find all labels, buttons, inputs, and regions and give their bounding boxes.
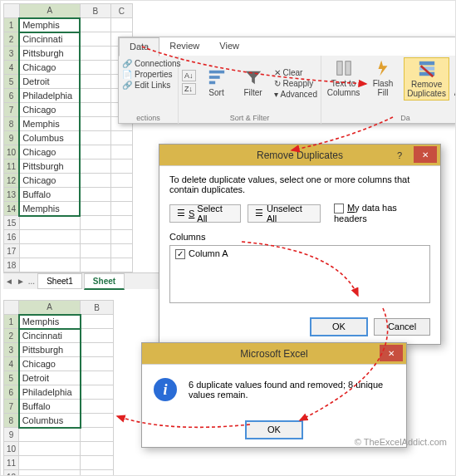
connections-btn[interactable]: 🔗Connections <box>122 59 174 68</box>
row-hdr[interactable]: 18 <box>4 258 20 272</box>
row-hdr[interactable]: 1 <box>4 315 19 329</box>
flash-fill-button[interactable]: Flash Fill <box>367 57 399 99</box>
cell[interactable]: Buffalo <box>19 400 81 414</box>
cell[interactable] <box>19 230 80 244</box>
cell[interactable] <box>110 174 132 188</box>
row-hdr[interactable]: 8 <box>4 117 20 131</box>
cell[interactable] <box>81 385 114 400</box>
col-hdr-a[interactable]: A <box>19 301 81 315</box>
cell[interactable] <box>81 357 114 371</box>
msgbox-close-button[interactable]: ✕ <box>380 345 403 361</box>
row-hdr[interactable]: 17 <box>4 244 20 258</box>
row-hdr[interactable]: 16 <box>4 230 20 244</box>
cancel-button[interactable]: Cancel <box>374 318 430 336</box>
cell[interactable]: Cincinnati <box>19 32 80 47</box>
cell[interactable] <box>19 428 81 442</box>
row-hdr[interactable]: 2 <box>4 32 20 47</box>
sheet-tab-2[interactable]: Sheet <box>84 273 125 290</box>
cell[interactable] <box>80 188 110 202</box>
cell[interactable] <box>81 470 114 477</box>
col-hdr-c[interactable]: C <box>110 4 132 18</box>
tab-nav-more[interactable]: ... <box>27 277 37 286</box>
cell[interactable] <box>81 456 114 470</box>
select-all-button[interactable]: ☰SSelect All <box>169 204 241 223</box>
cell[interactable]: Columbus <box>19 414 81 428</box>
row-hdr[interactable]: 3 <box>4 47 20 61</box>
cell[interactable] <box>81 400 114 414</box>
cell[interactable]: Philadelphia <box>19 89 80 103</box>
cell[interactable] <box>80 18 110 32</box>
cell[interactable] <box>110 159 132 174</box>
cell[interactable] <box>19 442 81 456</box>
corner-cell[interactable] <box>4 301 19 315</box>
row-hdr[interactable]: 1 <box>4 18 20 32</box>
row-hdr[interactable]: 7 <box>4 103 20 117</box>
row-hdr[interactable]: 6 <box>4 385 19 400</box>
cell[interactable]: Memphis <box>19 202 80 216</box>
cell[interactable] <box>80 216 110 230</box>
cell[interactable]: Chicago <box>19 174 80 188</box>
row-hdr[interactable]: 14 <box>4 202 20 216</box>
row-hdr[interactable]: 12 <box>4 470 19 477</box>
row-hdr[interactable]: 11 <box>4 456 19 470</box>
cell[interactable] <box>80 75 110 89</box>
msgbox-ok-button[interactable]: OK <box>246 421 302 439</box>
cell[interactable]: Philadelphia <box>19 385 81 400</box>
tab-nav-right[interactable]: ► <box>15 277 27 286</box>
cell[interactable] <box>19 216 80 230</box>
ribbon-tab-review[interactable]: Review <box>159 37 209 56</box>
cell[interactable] <box>81 329 114 343</box>
cell[interactable] <box>110 244 132 258</box>
cell[interactable] <box>80 32 110 47</box>
col-hdr-b[interactable]: B <box>81 301 114 315</box>
ok-button[interactable]: OK <box>311 318 367 336</box>
row-hdr[interactable]: 10 <box>4 442 19 456</box>
sort-za-btn[interactable]: Z↓ <box>182 83 196 95</box>
cell[interactable]: Memphis <box>19 315 81 329</box>
cell[interactable] <box>81 442 114 456</box>
cell[interactable] <box>80 258 110 272</box>
cell[interactable]: Pittsburgh <box>19 47 80 61</box>
cell[interactable] <box>80 103 110 117</box>
row-hdr[interactable]: 4 <box>4 61 20 75</box>
cell[interactable] <box>110 18 132 32</box>
remove-duplicates-button[interactable]: Remove Duplicates <box>404 57 449 101</box>
cell[interactable]: Chicago <box>19 103 80 117</box>
cell[interactable]: Detroit <box>19 75 80 89</box>
filter-button[interactable]: Filter <box>238 66 269 99</box>
row-hdr[interactable]: 9 <box>4 428 19 442</box>
advanced-filter-btn[interactable]: ▾Advanced <box>274 90 317 99</box>
dialog-help-button[interactable]: ? <box>389 145 410 166</box>
row-hdr[interactable]: 13 <box>4 188 20 202</box>
cell[interactable] <box>80 117 110 131</box>
row-hdr[interactable]: 7 <box>4 400 19 414</box>
cell[interactable] <box>80 244 110 258</box>
has-headers-checkbox[interactable]: My data has headers <box>334 203 430 223</box>
cell[interactable] <box>81 371 114 385</box>
sort-button[interactable]: Sort <box>201 66 233 99</box>
row-hdr[interactable]: 5 <box>4 75 20 89</box>
row-hdr[interactable]: 11 <box>4 159 20 174</box>
cell[interactable] <box>19 244 80 258</box>
row-hdr[interactable]: 6 <box>4 89 20 103</box>
clear-filter-btn[interactable]: ✕Clear <box>274 68 317 77</box>
cell[interactable] <box>81 315 114 329</box>
row-hdr[interactable]: 5 <box>4 371 19 385</box>
unselect-all-button[interactable]: ☰Unselect All <box>248 204 321 223</box>
col-hdr-b[interactable]: B <box>80 4 110 18</box>
cell[interactable]: Chicago <box>19 145 80 159</box>
cell[interactable]: Chicago <box>19 357 81 371</box>
cell[interactable] <box>81 343 114 357</box>
cell[interactable] <box>80 230 110 244</box>
cell[interactable] <box>80 61 110 75</box>
cell[interactable] <box>80 89 110 103</box>
properties-btn[interactable]: 📄Properties <box>122 70 174 79</box>
cell[interactable] <box>19 470 81 477</box>
cell[interactable] <box>80 174 110 188</box>
column-a-checkbox[interactable]: ✓Column A <box>175 248 228 258</box>
cell[interactable] <box>80 145 110 159</box>
cell[interactable] <box>80 47 110 61</box>
row-hdr[interactable]: 8 <box>4 414 19 428</box>
cell[interactable] <box>80 131 110 145</box>
cell[interactable]: Pittsburgh <box>19 343 81 357</box>
